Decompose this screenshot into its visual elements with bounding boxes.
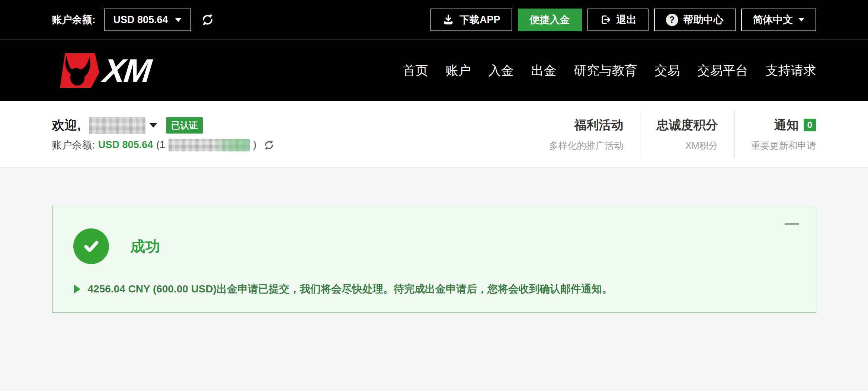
alert-title: 成功 bbox=[131, 236, 160, 257]
quick-deposit-label: 便捷入金 bbox=[530, 13, 570, 26]
refresh-icon bbox=[201, 13, 214, 26]
download-icon bbox=[442, 14, 454, 26]
main-content: 成功 4256.04 CNY (600.00 USD)出金申请已提交，我们将会尽… bbox=[0, 206, 868, 391]
promotions-subtitle: 多样化的推广活动 bbox=[549, 140, 624, 152]
welcome-quick-links: 福利活动 多样化的推广活动 忠诚度积分 XM积分 通知 0 重要更新和申请 bbox=[533, 111, 816, 158]
success-alert: 成功 4256.04 CNY (600.00 USD)出金申请已提交，我们将会尽… bbox=[52, 206, 816, 313]
bullet-triangle-icon bbox=[74, 285, 80, 294]
nav-item-platforms[interactable]: 交易平台 bbox=[698, 62, 748, 79]
censored-username bbox=[89, 117, 145, 134]
notifications-title: 通知 bbox=[774, 117, 799, 134]
download-app-label: 下载APP bbox=[459, 13, 500, 26]
loyalty-title: 忠诚度积分 bbox=[657, 117, 718, 134]
welcome-strip: 欢迎, 已认证 账户余额: USD 805.64 (1 ) bbox=[0, 101, 868, 167]
logout-button[interactable]: 退出 bbox=[587, 9, 648, 31]
quick-deposit-button[interactable]: 便捷入金 bbox=[518, 9, 582, 31]
link-notifications[interactable]: 通知 0 重要更新和申请 bbox=[734, 111, 816, 158]
refresh-icon[interactable] bbox=[201, 13, 214, 26]
help-center-button[interactable]: ? 帮助中心 bbox=[654, 9, 736, 31]
balance-label: 账户余额: bbox=[52, 13, 96, 26]
topbar-actions: 下载APP 便捷入金 退出 ? 帮助中心 bbox=[430, 9, 816, 31]
chevron-down-icon bbox=[798, 18, 804, 22]
help-center-label: 帮助中心 bbox=[683, 13, 724, 26]
language-button[interactable]: 简体中文 bbox=[741, 9, 816, 31]
logout-icon bbox=[599, 14, 611, 26]
loyalty-subtitle: XM积分 bbox=[685, 140, 718, 152]
collapse-button[interactable] bbox=[785, 223, 799, 225]
notifications-subtitle: 重要更新和申请 bbox=[751, 140, 816, 152]
page: 账户余额: USD 805.64 bbox=[0, 0, 868, 391]
alert-message: 4256.04 CNY (600.00 USD)出金申请已提交，我们将会尽快处理… bbox=[88, 282, 613, 296]
xm-logo[interactable]: XM bbox=[52, 53, 150, 88]
balance-value: USD 805.64 bbox=[113, 14, 168, 26]
success-check-icon bbox=[73, 228, 109, 264]
xm-logo-text: XM bbox=[102, 54, 152, 87]
nav-item-deposit[interactable]: 入金 bbox=[489, 62, 514, 79]
main-navbar: XM 首页 账户 入金 出金 研究与教育 交易 交易平台 支持请求 bbox=[0, 40, 868, 101]
nav-item-account[interactable]: 账户 bbox=[446, 62, 471, 79]
question-mark-icon: ? bbox=[666, 14, 678, 26]
greeting-text: 欢迎, bbox=[52, 117, 81, 134]
refresh-icon bbox=[263, 140, 275, 151]
link-loyalty-points[interactable]: 忠诚度积分 XM积分 bbox=[640, 111, 734, 158]
censored-account-number bbox=[169, 139, 250, 151]
account-balance-value: USD 805.64 bbox=[98, 139, 153, 151]
nav-item-research-education[interactable]: 研究与教育 bbox=[574, 62, 637, 79]
balance-dropdown[interactable]: USD 805.64 bbox=[104, 9, 191, 31]
nav-item-trading[interactable]: 交易 bbox=[655, 62, 680, 79]
chevron-down-icon[interactable] bbox=[149, 123, 157, 128]
logout-label: 退出 bbox=[616, 13, 637, 26]
xm-bull-icon bbox=[52, 53, 100, 88]
account-number-prefix: (1 bbox=[156, 139, 165, 151]
chevron-down-icon bbox=[175, 18, 182, 22]
account-number-suffix: ) bbox=[253, 139, 256, 151]
download-app-button[interactable]: 下载APP bbox=[430, 9, 512, 31]
notifications-count-badge: 0 bbox=[804, 119, 816, 131]
welcome-left: 欢迎, 已认证 账户余额: USD 805.64 (1 ) bbox=[52, 117, 275, 152]
nav-links: 首页 账户 入金 出金 研究与教育 交易 交易平台 支持请求 bbox=[403, 62, 816, 79]
link-promotions[interactable]: 福利活动 多样化的推广活动 bbox=[533, 111, 640, 158]
nav-item-withdraw[interactable]: 出金 bbox=[531, 62, 557, 79]
account-balance-label: 账户余额: bbox=[52, 138, 95, 152]
verified-badge: 已认证 bbox=[166, 117, 203, 134]
nav-item-home[interactable]: 首页 bbox=[403, 62, 428, 79]
nav-item-support[interactable]: 支持请求 bbox=[766, 62, 816, 79]
balance-refresh-icon[interactable] bbox=[263, 140, 275, 151]
promotions-title: 福利活动 bbox=[574, 117, 624, 134]
topbar: 账户余额: USD 805.64 bbox=[0, 0, 868, 40]
language-label: 简体中文 bbox=[753, 13, 793, 26]
